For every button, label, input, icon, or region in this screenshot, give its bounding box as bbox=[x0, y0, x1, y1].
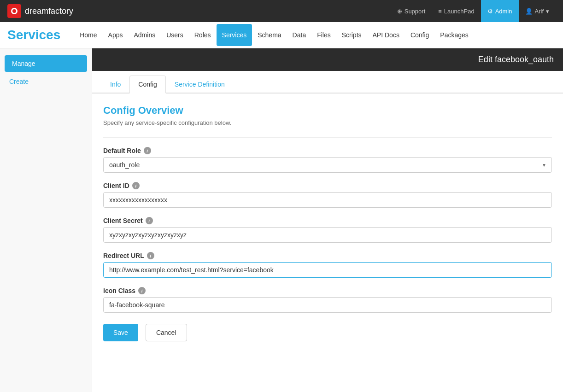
gear-icon: ⚙ bbox=[487, 8, 493, 15]
nav-schema[interactable]: Schema bbox=[252, 24, 287, 46]
client-id-label: Client ID i bbox=[103, 182, 552, 189]
logo-text: dreamfactory bbox=[25, 6, 73, 16]
logo: dreamfactory bbox=[7, 4, 73, 18]
main-nav: Services Home Apps Admins Users Roles Se… bbox=[0, 22, 563, 48]
save-button[interactable]: Save bbox=[103, 324, 138, 341]
main-layout: Manage Create Edit facebook_oauth Info C… bbox=[0, 48, 563, 392]
client-secret-input[interactable] bbox=[103, 227, 552, 243]
tab-service-definition[interactable]: Service Definition bbox=[166, 76, 234, 94]
admin-button[interactable]: ⚙ Admin bbox=[481, 0, 519, 22]
top-bar-actions: ⊕ Support ≡ LaunchPad ⚙ Admin 👤 Arif ▾ bbox=[391, 0, 556, 22]
field-group-client-secret: Client Secret i bbox=[103, 217, 552, 243]
nav-data[interactable]: Data bbox=[287, 24, 312, 46]
redirect-url-input[interactable] bbox=[103, 262, 552, 278]
launchpad-icon: ≡ bbox=[438, 8, 442, 15]
edit-header: Edit facebook_oauth bbox=[92, 48, 563, 71]
nav-users[interactable]: Users bbox=[161, 24, 189, 46]
field-group-client-id: Client ID i bbox=[103, 182, 552, 208]
default-role-info-icon[interactable]: i bbox=[144, 147, 151, 154]
client-secret-label: Client Secret i bbox=[103, 217, 552, 224]
nav-api-docs[interactable]: API Docs bbox=[367, 24, 405, 46]
support-button[interactable]: ⊕ Support bbox=[391, 0, 432, 22]
top-bar: dreamfactory ⊕ Support ≡ LaunchPad ⚙ Adm… bbox=[0, 0, 563, 22]
tab-info[interactable]: Info bbox=[101, 76, 129, 94]
page-title: Services bbox=[7, 22, 70, 48]
content-area: Edit facebook_oauth Info Config Service … bbox=[92, 48, 563, 392]
redirect-url-info-icon[interactable]: i bbox=[147, 252, 154, 259]
client-id-input[interactable] bbox=[103, 192, 552, 208]
field-group-redirect-url: Redirect URL i bbox=[103, 252, 552, 278]
nav-home[interactable]: Home bbox=[74, 24, 102, 46]
field-group-default-role: Default Role i oauth_role admin_role use… bbox=[103, 147, 552, 173]
section-desc: Specify any service-specific configurati… bbox=[103, 119, 552, 126]
sidebar: Manage Create bbox=[0, 48, 92, 392]
default-role-label: Default Role i bbox=[103, 147, 552, 154]
manage-button[interactable]: Manage bbox=[5, 55, 87, 72]
svg-point-2 bbox=[12, 9, 16, 13]
tab-config[interactable]: Config bbox=[129, 76, 165, 94]
nav-packages[interactable]: Packages bbox=[434, 24, 474, 46]
icon-class-input[interactable] bbox=[103, 297, 552, 313]
nav-services[interactable]: Services bbox=[217, 24, 252, 46]
edit-header-title: Edit facebook_oauth bbox=[478, 55, 554, 64]
icon-class-info-icon[interactable]: i bbox=[138, 287, 146, 294]
user-icon: 👤 bbox=[525, 8, 533, 15]
chevron-down-icon: ▾ bbox=[546, 8, 549, 15]
default-role-select-wrapper: oauth_role admin_role user_role bbox=[103, 157, 552, 173]
default-role-select[interactable]: oauth_role admin_role user_role bbox=[103, 157, 552, 173]
nav-config[interactable]: Config bbox=[405, 24, 434, 46]
divider bbox=[103, 137, 552, 138]
section-title: Config Overview bbox=[103, 105, 552, 117]
nav-files[interactable]: Files bbox=[311, 24, 336, 46]
form-area: Config Overview Specify any service-spec… bbox=[92, 94, 563, 352]
user-menu-button[interactable]: 👤 Arif ▾ bbox=[519, 0, 556, 22]
dreamfactory-logo-icon bbox=[7, 4, 21, 18]
create-link[interactable]: Create bbox=[0, 74, 92, 89]
nav-admins[interactable]: Admins bbox=[129, 24, 161, 46]
icon-class-label: Icon Class i bbox=[103, 287, 552, 294]
client-id-info-icon[interactable]: i bbox=[132, 182, 140, 189]
redirect-url-label: Redirect URL i bbox=[103, 252, 552, 259]
support-icon: ⊕ bbox=[397, 8, 402, 15]
cancel-button[interactable]: Cancel bbox=[146, 324, 187, 341]
nav-apps[interactable]: Apps bbox=[103, 24, 129, 46]
nav-scripts[interactable]: Scripts bbox=[336, 24, 367, 46]
field-group-icon-class: Icon Class i bbox=[103, 287, 552, 313]
client-secret-info-icon[interactable]: i bbox=[146, 217, 153, 224]
tabs: Info Config Service Definition bbox=[92, 71, 563, 94]
nav-roles[interactable]: Roles bbox=[189, 24, 217, 46]
form-buttons: Save Cancel bbox=[103, 324, 552, 341]
launchpad-button[interactable]: ≡ LaunchPad bbox=[432, 0, 481, 22]
